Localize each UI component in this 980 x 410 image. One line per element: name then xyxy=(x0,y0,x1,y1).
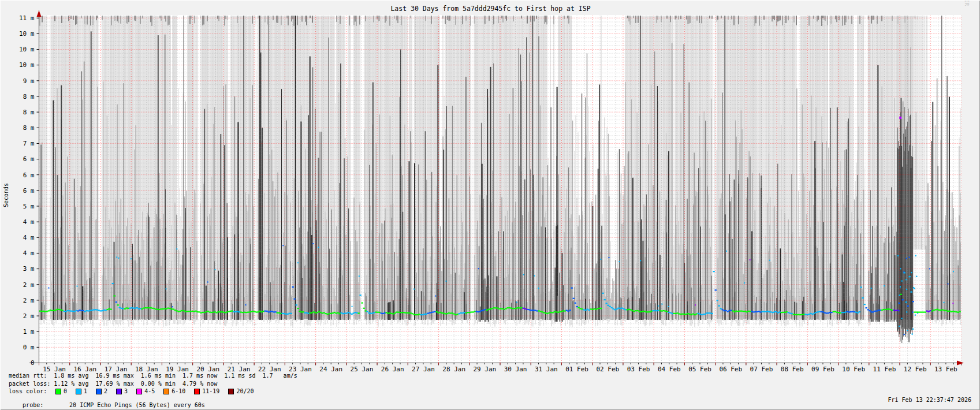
svg-text:25 Jan: 25 Jan xyxy=(351,366,374,373)
latency-plot-canvas: 00 m1 m2 m2 m2 m3 m4 m4 m4 m5 m6 m6 m6 m… xyxy=(1,1,980,410)
svg-text:29 Jan: 29 Jan xyxy=(474,366,497,373)
loss-legend-value: 20/20 xyxy=(236,389,254,394)
svg-text:6 m: 6 m xyxy=(23,187,35,195)
svg-text:07 Feb: 07 Feb xyxy=(750,366,773,373)
svg-text:01 Feb: 01 Feb xyxy=(565,366,588,373)
svg-text:2 m: 2 m xyxy=(23,312,35,320)
smokeping-graph: Last 30 Days from 5a7ddd2945fc to First … xyxy=(0,0,980,410)
svg-text:5 m: 5 m xyxy=(23,203,35,210)
svg-text:8 m: 8 m xyxy=(23,109,35,116)
loss-color-swatch xyxy=(194,389,200,394)
svg-text:12 Feb: 12 Feb xyxy=(904,366,927,373)
loss-legend-label: loss color: xyxy=(9,389,55,394)
svg-text:18 Jan: 18 Jan xyxy=(135,366,158,373)
svg-text:11 Feb: 11 Feb xyxy=(873,366,896,373)
loss-color-swatch xyxy=(76,389,81,394)
probe-text: 20 ICMP Echo Pings (56 Bytes) every 60s xyxy=(69,402,205,408)
loss-color-swatch xyxy=(163,389,169,394)
svg-text:11 m: 11 m xyxy=(19,14,35,22)
loss-legend-item: 20/20 xyxy=(228,389,254,394)
median-rtt-stats: median rtt: 1.8 ms avg 16.9 ms max 1.6 m… xyxy=(9,373,297,379)
loss-legend-item: 1 xyxy=(76,389,87,394)
svg-text:15 Jan: 15 Jan xyxy=(43,366,66,373)
loss-legend-item: 2 xyxy=(96,389,107,394)
svg-text:09 Feb: 09 Feb xyxy=(811,366,834,373)
svg-text:2 m: 2 m xyxy=(23,281,35,289)
svg-text:10 m: 10 m xyxy=(19,61,35,69)
y-axis-arrow xyxy=(37,10,42,17)
svg-text:9 m: 9 m xyxy=(23,77,35,85)
svg-text:22 Jan: 22 Jan xyxy=(258,366,281,373)
loss-color-swatch xyxy=(228,389,234,394)
loss-legend-item: 4-5 xyxy=(136,389,155,394)
svg-text:03 Feb: 03 Feb xyxy=(627,366,650,373)
svg-text:8 m: 8 m xyxy=(23,124,35,132)
loss-color-swatch xyxy=(55,389,61,394)
svg-text:21 Jan: 21 Jan xyxy=(228,366,251,373)
loss-legend-value: 6-10 xyxy=(172,389,185,394)
svg-text:7 m: 7 m xyxy=(23,140,35,147)
svg-text:10 Feb: 10 Feb xyxy=(842,366,865,373)
svg-text:10 m: 10 m xyxy=(19,46,35,53)
probe-info: probe:20 ICMP Echo Pings (56 Bytes) ever… xyxy=(9,397,205,410)
svg-text:31 Jan: 31 Jan xyxy=(535,366,558,373)
svg-text:8 m: 8 m xyxy=(23,93,35,100)
svg-text:0: 0 xyxy=(31,359,35,367)
svg-text:0 m: 0 m xyxy=(23,344,35,351)
loss-color-swatch xyxy=(116,389,122,394)
svg-text:02 Feb: 02 Feb xyxy=(596,366,619,373)
loss-color-swatch xyxy=(96,389,102,394)
svg-text:4 m: 4 m xyxy=(23,249,35,257)
svg-text:6 m: 6 m xyxy=(23,155,35,163)
svg-text:27 Jan: 27 Jan xyxy=(412,366,435,373)
loss-legend-item: 6-10 xyxy=(163,389,185,394)
svg-text:23 Jan: 23 Jan xyxy=(289,366,312,373)
loss-legend-value: 3 xyxy=(124,389,128,394)
svg-text:05 Feb: 05 Feb xyxy=(688,366,711,373)
loss-legend-value: 4-5 xyxy=(144,389,155,394)
svg-text:2 m: 2 m xyxy=(23,297,35,304)
svg-text:06 Feb: 06 Feb xyxy=(719,366,742,373)
loss-legend-value: 0 xyxy=(64,389,67,394)
loss-legend-value: 11-19 xyxy=(202,389,219,394)
svg-text:6 m: 6 m xyxy=(23,172,35,179)
generated-timestamp: Fri Feb 13 22:37:47 2026 xyxy=(888,397,972,403)
svg-text:3 m: 3 m xyxy=(23,265,35,273)
loss-legend-value: 2 xyxy=(104,389,107,394)
svg-text:17 Jan: 17 Jan xyxy=(105,366,128,373)
svg-text:26 Jan: 26 Jan xyxy=(381,366,404,373)
packet-loss-stats: packet loss: 1.12 % avg 17.69 % max 0.00… xyxy=(9,381,217,387)
svg-text:16 Jan: 16 Jan xyxy=(73,366,96,373)
svg-text:4 m: 4 m xyxy=(23,218,35,226)
svg-text:28 Jan: 28 Jan xyxy=(442,366,465,373)
svg-text:08 Feb: 08 Feb xyxy=(781,366,804,373)
probe-label: probe: xyxy=(23,402,69,408)
svg-text:30 Jan: 30 Jan xyxy=(504,366,527,373)
loss-color-swatch xyxy=(136,389,142,394)
svg-text:1 m: 1 m xyxy=(23,328,35,336)
svg-text:20 Jan: 20 Jan xyxy=(196,366,219,373)
loss-legend-item: 0 xyxy=(55,389,67,394)
loss-color-legend: loss color: 0 1 2 3 4-5 6-10 11-19 xyxy=(9,389,263,394)
svg-text:24 Jan: 24 Jan xyxy=(319,366,342,373)
svg-text:4 m: 4 m xyxy=(23,234,35,241)
loss-legend-item: 11-19 xyxy=(194,389,219,394)
svg-text:04 Feb: 04 Feb xyxy=(658,366,681,373)
loss-legend-item: 3 xyxy=(116,389,128,394)
svg-text:19 Jan: 19 Jan xyxy=(166,366,189,373)
svg-text:10 m: 10 m xyxy=(19,30,35,38)
svg-text:13 Feb: 13 Feb xyxy=(934,366,957,373)
loss-legend-value: 1 xyxy=(84,389,87,394)
